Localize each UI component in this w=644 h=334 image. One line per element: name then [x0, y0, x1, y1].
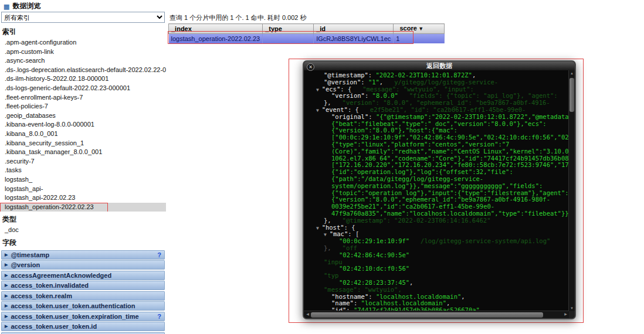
- column-header-score[interactable]: _score ▼: [394, 24, 445, 34]
- scroll-right-icon[interactable]: ▶: [562, 311, 569, 318]
- field-item[interactable]: ▶access_token.user_token.authentication: [1, 301, 165, 311]
- json-line: "inpu: [305, 259, 569, 266]
- index-filter-select[interactable]: 所有索引: [1, 12, 165, 23]
- results-area: 查询 1 个分片中用的 1 个. 1 命中. 耗时 0.002 秒 _index…: [168, 11, 644, 43]
- json-line: "original": "{"@timestamp":"2022-02-23T1…: [305, 114, 569, 121]
- type-list-item[interactable]: _doc: [0, 226, 166, 235]
- vertical-scrollbar[interactable]: ▲ ▼: [568, 70, 575, 311]
- sidebar: 所有索引 索引 .apm-agent-configuration.apm-cus…: [0, 11, 166, 334]
- index-list-item[interactable]: .apm-custom-link: [0, 47, 166, 57]
- json-line: "@version": "1", y/gitegg/log/gitegg-ser…: [305, 79, 569, 86]
- field-item[interactable]: ▶access_token.realm: [1, 291, 165, 301]
- query-status-text: 查询 1 个分片中用的 1 个. 1 命中. 耗时 0.002 秒: [168, 11, 644, 23]
- field-label: access_token.user_token.id: [11, 323, 97, 330]
- index-list-item[interactable]: .kibana_task_manager_8.0.0_001: [0, 148, 166, 157]
- index-list-item[interactable]: .apm-agent-configuration: [0, 38, 166, 47]
- expand-arrow-icon: ▶: [5, 314, 8, 319]
- json-line: "message": "wwtyuio",: [305, 287, 569, 294]
- field-label: access_token.user_token.expiration_time: [11, 313, 138, 320]
- scroll-down-icon[interactable]: ▼: [569, 305, 575, 311]
- index-list-item[interactable]: .fleet-enrollment-api-keys-7: [0, 93, 166, 103]
- result-row[interactable]: logstash_operation-2022.02.23IGcRJn8BS8Y…: [169, 34, 445, 44]
- json-line: {"version":"8.0.0","ephemeral_id":"be9a7…: [305, 196, 569, 203]
- data-browser-icon: ▦: [4, 3, 9, 10]
- section-label-index: 索引: [0, 24, 166, 38]
- field-item[interactable]: ▶access_token.invalidated: [1, 281, 165, 290]
- index-list-item[interactable]: .ds-ilm-history-5-2022.02.18-000001: [0, 74, 166, 84]
- field-label: accessAgreementAcknowledged: [11, 272, 111, 279]
- result-cell: 1: [394, 34, 445, 44]
- index-list-item[interactable]: .kibana_8.0.0_001: [0, 129, 166, 139]
- json-line: ▼ "mac": [: [305, 231, 569, 238]
- json-line: ["00:0c:29:1e:10:9f","02:42:86:4c:90:5e"…: [305, 134, 569, 141]
- index-list-item[interactable]: logstash_api-: [0, 185, 166, 194]
- expand-arrow-icon: ▶: [5, 273, 8, 278]
- column-header-index[interactable]: _index: [169, 24, 263, 34]
- index-list-item[interactable]: .tasks: [0, 166, 166, 175]
- index-list-item[interactable]: .ds-logs-generic-default-2022.02.23-0000…: [0, 84, 166, 93]
- results-body: logstash_operation-2022.02.23IGcRJn8BS8Y…: [169, 34, 445, 44]
- json-line: "02:42:86:4c:90:5e": [305, 252, 569, 259]
- index-list-item[interactable]: .security-7: [0, 157, 166, 166]
- json-line: {"topic":"operation_log"},"input":{"type…: [305, 190, 569, 197]
- results-table: _index_type_id_score ▼ logstash_operatio…: [168, 23, 445, 43]
- index-list-item[interactable]: .kibana_security_session_1: [0, 139, 166, 148]
- annotation-box-selected-index: [0, 203, 108, 212]
- index-list-item[interactable]: .fleet-policies-7: [0, 102, 166, 111]
- field-list: ▶@timestamp?▶@version▶accessAgreementAck…: [0, 250, 166, 334]
- json-line: ▼ "event": { e2f5be21", "id": "ca2b0617-…: [305, 107, 569, 114]
- index-list-item[interactable]: logstash_operation-2022.02.23: [0, 203, 166, 212]
- index-list-item[interactable]: .kibana-event-log-8.0.0-000001: [0, 120, 166, 129]
- result-cell: logstash_operation-2022.02.23: [169, 34, 263, 44]
- field-label: access_token.user_token.authentication: [11, 302, 135, 309]
- results-header-row: _index_type_id_score ▼: [169, 24, 445, 34]
- json-line: }, "version": "8.0.0", "ephemeral_id": "…: [305, 100, 569, 107]
- dialog-title: 返回数据: [426, 62, 452, 69]
- result-cell: [263, 34, 314, 44]
- field-item[interactable]: ▶accessAgreementAcknowledged: [1, 271, 165, 280]
- index-list-item[interactable]: logstash_: [0, 175, 166, 185]
- vertical-scroll-thumb[interactable]: [570, 78, 574, 112]
- horizontal-scrollbar[interactable]: ◀ ▶: [304, 311, 569, 318]
- json-line: {"id":"operation.log"},"log":{"offset":3…: [305, 169, 569, 176]
- es-head-data-browser-page: ▦ 数据浏览 所有索引 索引 .apm-agent-configuration.…: [0, 0, 644, 334]
- json-line: system/operation.log"}},"message":"ggggg…: [305, 183, 569, 190]
- json-line: 47f9a760a835","name":"localhost.localdom…: [305, 210, 569, 217]
- json-line: ▼ "ecs": { "message": "wwtyuio", "input"…: [305, 86, 569, 93]
- index-list-item[interactable]: .geoip_databases: [0, 111, 166, 121]
- section-label-type: 类型: [0, 212, 166, 226]
- field-item[interactable]: ▶access_token.user_token.expiration_time…: [1, 312, 165, 321]
- expand-arrow-icon: ▶: [5, 253, 8, 257]
- horizontal-scroll-thumb[interactable]: [311, 312, 543, 318]
- json-line: 1062.el7.x86_64","codename":"Core"},"id"…: [305, 155, 569, 162]
- index-list-item[interactable]: logstash_api-2022.02.23: [0, 193, 166, 203]
- column-header-id[interactable]: _id: [314, 24, 394, 34]
- field-label: @version: [11, 261, 40, 268]
- field-item[interactable]: ▶@timestamp?: [1, 250, 165, 260]
- json-line: "02:42:28:23:37:45",: [305, 280, 569, 287]
- help-icon[interactable]: ?: [157, 251, 161, 258]
- json-line: "@timestamp": "2022-02-23T10:12:01.872Z"…: [305, 72, 569, 79]
- json-line: (Core)","family":"redhat","name":"CentOS…: [305, 148, 569, 155]
- expand-arrow-icon: ▶: [5, 304, 8, 308]
- json-line: ["172.16.20.220","172.16.20.234","fe80::…: [305, 162, 569, 169]
- field-item[interactable]: ▶access_token.user_token.id: [1, 322, 165, 331]
- json-line: {"path":"/data/gitegg/log/gitegg-service…: [305, 176, 569, 183]
- scroll-up-icon[interactable]: ▲: [569, 70, 575, 76]
- tab-data-browser-label: 数据浏览: [12, 1, 40, 11]
- result-cell: IGcRJn8BS8YLiyCWL1ec: [314, 34, 394, 44]
- help-icon[interactable]: ?: [157, 313, 161, 320]
- index-list-item[interactable]: .ds-.logs-deprecation.elasticsearch-defa…: [0, 66, 166, 75]
- json-line: "hostname": "localhost.localdomain",: [305, 294, 569, 301]
- expand-arrow-icon: ▶: [5, 263, 8, 267]
- column-header-type[interactable]: _type: [263, 24, 314, 34]
- index-list: .apm-agent-configuration.apm-custom-link…: [0, 38, 166, 212]
- index-list-item[interactable]: .async-search: [0, 56, 166, 66]
- app-header: ▦ 数据浏览: [0, 0, 644, 11]
- dialog-titlebar[interactable]: 返回数据: [304, 62, 575, 70]
- section-label-fields: 字段: [0, 235, 166, 249]
- json-line: ▼ "host": {: [305, 224, 569, 231]
- field-item[interactable]: ▶@version: [1, 260, 165, 270]
- json-line: }, "@timestamp": "2022-02-23T06:14:16.64…: [305, 217, 569, 224]
- scroll-left-icon[interactable]: ◀: [304, 311, 311, 318]
